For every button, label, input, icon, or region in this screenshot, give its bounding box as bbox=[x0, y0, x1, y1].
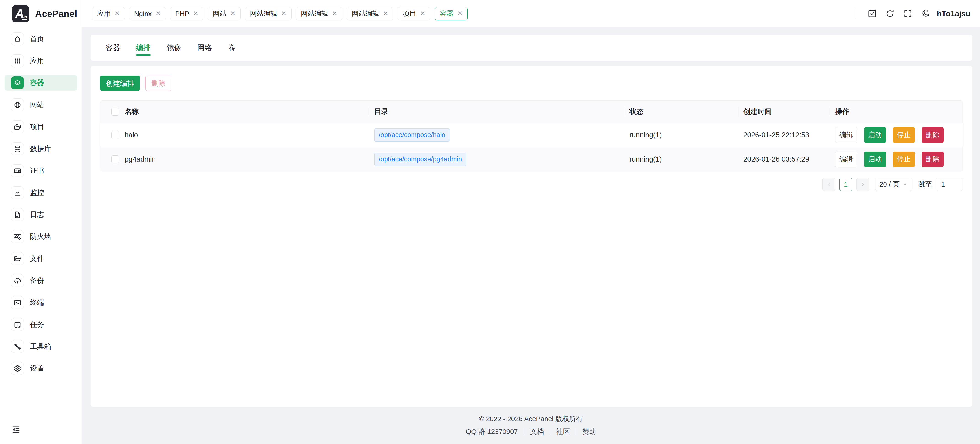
refresh-icon[interactable] bbox=[881, 5, 899, 23]
jump-to-input[interactable] bbox=[936, 178, 963, 191]
page-tab-php[interactable]: PHP ✕ bbox=[170, 7, 203, 20]
edit-button[interactable]: 编辑 bbox=[835, 152, 857, 167]
page-tab-site-edit-2[interactable]: 网站编辑 ✕ bbox=[296, 7, 342, 20]
page-tab-apps[interactable]: 应用 ✕ bbox=[92, 7, 125, 20]
header-divider bbox=[855, 8, 855, 19]
delete-selected-button[interactable]: 删除 bbox=[145, 75, 172, 91]
tab-images[interactable]: 镜像 bbox=[167, 35, 181, 61]
compose-name: pg4admin bbox=[119, 147, 369, 171]
main-area: 容器 编排 镜像 网络 卷 创建编排 删除 名称 目录 状态 创建时间 操作 bbox=[82, 27, 980, 444]
footer-links-row: QQ 群 12370907 文档 社区 赞助 bbox=[82, 427, 980, 436]
folder-open-icon bbox=[11, 252, 24, 265]
toolbar: 创建编排 删除 bbox=[100, 75, 963, 91]
sidebar-item-toolbox[interactable]: 工具箱 bbox=[5, 339, 77, 354]
sidebar-item-label: 终端 bbox=[30, 298, 44, 307]
footer-divider bbox=[523, 428, 524, 435]
start-button[interactable]: 启动 bbox=[864, 127, 886, 143]
sidebar-item-files[interactable]: 文件 bbox=[5, 251, 77, 267]
docs-link[interactable]: 文档 bbox=[530, 427, 544, 436]
sidebar-item-label: 容器 bbox=[30, 78, 44, 88]
logo-sub: ce bbox=[22, 14, 27, 20]
close-icon[interactable]: ✕ bbox=[156, 11, 161, 17]
sidebar-item-label: 设置 bbox=[30, 364, 44, 373]
delete-button[interactable]: 删除 bbox=[922, 152, 943, 167]
sidebar-item-apps[interactable]: 应用 bbox=[5, 53, 77, 69]
community-link[interactable]: 社区 bbox=[556, 427, 570, 436]
sidebar-item-label: 备份 bbox=[30, 276, 44, 285]
page-tab-website[interactable]: 网站 ✕ bbox=[208, 7, 240, 20]
row-actions: 编辑 启动 停止 删除 bbox=[835, 127, 943, 143]
compose-dir-link[interactable]: /opt/ace/compose/pg4admin bbox=[374, 153, 466, 166]
prev-page-button[interactable] bbox=[822, 178, 835, 191]
tab-compose[interactable]: 编排 bbox=[136, 35, 151, 61]
dark-mode-moon-icon[interactable] bbox=[917, 5, 934, 23]
table-header-row: 名称 目录 状态 创建时间 操作 bbox=[100, 101, 963, 123]
tab-volumes[interactable]: 卷 bbox=[228, 35, 235, 61]
container-subtabs-card: 容器 编排 镜像 网络 卷 bbox=[91, 35, 972, 61]
stop-button[interactable]: 停止 bbox=[893, 127, 915, 143]
edit-button[interactable]: 编辑 bbox=[835, 127, 857, 143]
copyright-text: © 2022 - 2026 AcePanel 版权所有 bbox=[82, 414, 980, 424]
page-tab-container[interactable]: 容器 ✕ bbox=[435, 7, 468, 20]
page-tab-site-edit-3[interactable]: 网站编辑 ✕ bbox=[347, 7, 393, 20]
compose-table: 名称 目录 状态 创建时间 操作 halo /opt/ace/compose/h… bbox=[100, 101, 963, 171]
delete-button[interactable]: 删除 bbox=[922, 127, 943, 143]
close-icon[interactable]: ✕ bbox=[281, 11, 286, 17]
footer-divider bbox=[550, 428, 550, 435]
sponsor-link[interactable]: 赞助 bbox=[582, 427, 596, 436]
brand-area: A ce AcePanel bbox=[0, 0, 82, 27]
collapse-sidebar-icon[interactable] bbox=[10, 423, 22, 436]
pagination: 1 20 / 页 跳至 bbox=[100, 178, 963, 191]
sidebar-item-firewall[interactable]: 防火墙 bbox=[5, 229, 77, 244]
sidebar-item-container[interactable]: 容器 bbox=[5, 75, 77, 91]
footer-divider bbox=[576, 428, 576, 435]
tab-container[interactable]: 容器 bbox=[105, 35, 120, 61]
page-number-1[interactable]: 1 bbox=[839, 178, 853, 191]
compose-dir-link[interactable]: /opt/ace/compose/halo bbox=[374, 128, 450, 142]
page-tab-label: 网站编辑 bbox=[301, 9, 328, 18]
terminal-icon bbox=[11, 296, 24, 309]
close-icon[interactable]: ✕ bbox=[332, 11, 337, 17]
table-row-pg4admin: pg4admin /opt/ace/compose/pg4admin runni… bbox=[100, 147, 963, 171]
close-icon[interactable]: ✕ bbox=[457, 11, 463, 17]
username[interactable]: hTo1ajsu bbox=[937, 9, 970, 18]
close-icon[interactable]: ✕ bbox=[420, 11, 426, 17]
sidebar-item-terminal[interactable]: 终端 bbox=[5, 295, 77, 310]
acepanel-logo: A ce bbox=[12, 5, 29, 22]
sidebar-item-certificate[interactable]: 证书 bbox=[5, 163, 77, 179]
header-actions: hTo1ajsu bbox=[855, 0, 980, 27]
sidebar-item-label: 网站 bbox=[30, 100, 44, 110]
sidebar-item-logs[interactable]: 日志 bbox=[5, 207, 77, 222]
task-schedule-icon bbox=[11, 318, 24, 331]
sidebar-item-monitor[interactable]: 监控 bbox=[5, 185, 77, 201]
tab-networks[interactable]: 网络 bbox=[197, 35, 212, 61]
row-checkbox[interactable] bbox=[111, 131, 119, 139]
start-button[interactable]: 启动 bbox=[864, 152, 886, 167]
sidebar-item-tasks[interactable]: 任务 bbox=[5, 317, 77, 332]
close-icon[interactable]: ✕ bbox=[115, 11, 120, 17]
close-icon[interactable]: ✕ bbox=[230, 11, 235, 17]
globe-icon bbox=[11, 98, 24, 111]
page-tab-project[interactable]: 项目 ✕ bbox=[398, 7, 431, 20]
page-size-select[interactable]: 20 / 页 bbox=[875, 178, 912, 191]
select-all-checkbox[interactable] bbox=[111, 108, 119, 116]
next-page-button[interactable] bbox=[856, 178, 869, 191]
close-icon[interactable]: ✕ bbox=[383, 11, 388, 17]
sidebar-item-database[interactable]: 数据库 bbox=[5, 141, 77, 157]
sidebar-item-website[interactable]: 网站 bbox=[5, 97, 77, 113]
fullscreen-icon[interactable] bbox=[899, 5, 917, 23]
page-tab-nginx[interactable]: Nginx ✕ bbox=[129, 7, 166, 20]
close-icon[interactable]: ✕ bbox=[193, 11, 199, 17]
row-checkbox[interactable] bbox=[111, 155, 119, 163]
sidebar-item-label: 首页 bbox=[30, 34, 44, 44]
footer: © 2022 - 2026 AcePanel 版权所有 QQ 群 1237090… bbox=[82, 414, 980, 436]
column-header-created: 创建时间 bbox=[738, 101, 830, 123]
sidebar-item-backup[interactable]: 备份 bbox=[5, 273, 77, 288]
sidebar-item-settings[interactable]: 设置 bbox=[5, 361, 77, 376]
stop-button[interactable]: 停止 bbox=[893, 152, 915, 167]
task-check-icon[interactable] bbox=[863, 5, 881, 23]
sidebar-item-home[interactable]: 首页 bbox=[5, 31, 77, 47]
sidebar-item-project[interactable]: 项目 bbox=[5, 119, 77, 134]
create-compose-button[interactable]: 创建编排 bbox=[100, 75, 140, 91]
page-tab-site-edit-1[interactable]: 网站编辑 ✕ bbox=[245, 7, 291, 20]
